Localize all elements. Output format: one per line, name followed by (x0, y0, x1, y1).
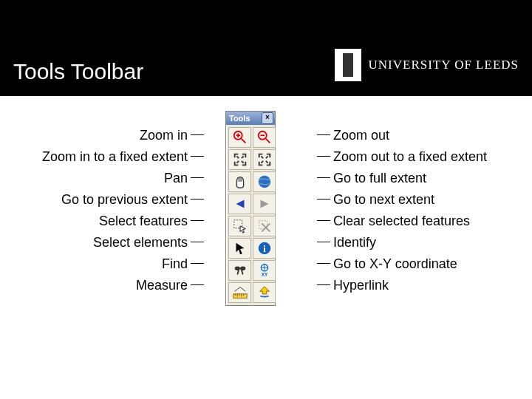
right-label-column: Zoom out Zoom out to a fixed extent Go t… (314, 124, 521, 296)
zoom-out-button[interactable] (253, 127, 276, 148)
select-features-button[interactable] (228, 216, 251, 236)
label-identify: Identify (333, 236, 376, 249)
label-select-features: Select features (99, 214, 188, 228)
zoom-in-button[interactable] (228, 127, 251, 148)
label-select-elements: Select elements (93, 236, 188, 249)
label-zoom-out: Zoom out (333, 129, 389, 142)
label-fixed-zoom-in: Zoom in to a fixed extent (42, 150, 188, 163)
label-hyperlink: Hyperlink (333, 279, 389, 292)
hyperlink-button[interactable] (253, 282, 276, 303)
clear-selection-button[interactable] (253, 216, 276, 236)
svg-point-18 (234, 267, 239, 271)
svg-point-19 (240, 267, 245, 271)
svg-line-1 (241, 139, 245, 143)
label-fixed-zoom-out: Zoom out to a fixed extent (333, 150, 487, 163)
identify-button[interactable]: i (253, 238, 276, 259)
university-logo-icon (335, 49, 361, 81)
prev-extent-icon (232, 196, 248, 212)
label-next-extent: Go to next extent (333, 193, 434, 206)
label-zoom-in: Zoom in (140, 129, 188, 142)
next-extent-icon (256, 196, 273, 212)
slide-body: Zoom in Zoom in to a fixed extent Pan Go… (0, 96, 532, 399)
university-brand: UNIVERSITY OF LEEDS (335, 49, 519, 81)
svg-text:XY: XY (261, 272, 267, 277)
tools-toolbar-window[interactable]: Tools × i XY (225, 111, 276, 306)
label-measure: Measure (136, 279, 188, 292)
label-prev-extent: Go to previous extent (61, 193, 188, 206)
next-extent-button[interactable] (253, 194, 276, 214)
tools-toolbar-grid: i XY (226, 125, 275, 305)
goto-xy-button[interactable]: XY (253, 260, 276, 281)
close-button[interactable]: × (262, 112, 273, 124)
identify-icon: i (256, 240, 273, 256)
university-name: UNIVERSITY OF LEEDS (369, 58, 519, 72)
zoom-in-icon (232, 129, 248, 146)
label-goto-xy: Go to X-Y coordinate (333, 257, 457, 270)
clear-selection-icon (256, 218, 273, 234)
hyperlink-icon (256, 284, 273, 301)
slide-header: Tools Toolbar UNIVERSITY OF LEEDS (0, 0, 532, 96)
find-button[interactable] (228, 260, 251, 281)
label-full-extent: Go to full extent (333, 171, 426, 185)
select-elements-icon (232, 240, 248, 256)
svg-text:i: i (263, 244, 266, 254)
left-label-column: Zoom in Zoom in to a fixed extent Pan Go… (0, 124, 207, 296)
label-clear-selection: Clear selected features (333, 214, 470, 228)
fixed-zoom-out-button[interactable] (253, 149, 276, 170)
fixed-zoom-in-icon (232, 151, 248, 168)
tools-toolbar-title: Tools (228, 114, 250, 123)
select-elements-button[interactable] (228, 238, 251, 259)
fixed-zoom-in-button[interactable] (228, 149, 251, 170)
goto-xy-icon: XY (256, 262, 273, 279)
find-icon (232, 262, 248, 279)
pan-icon (232, 174, 248, 190)
svg-point-10 (258, 176, 270, 188)
pan-button[interactable] (228, 171, 251, 192)
measure-button[interactable] (228, 282, 251, 303)
label-pan: Pan (164, 171, 188, 185)
fixed-zoom-out-icon (256, 151, 273, 168)
prev-extent-button[interactable] (228, 194, 251, 214)
label-find: Find (162, 257, 188, 270)
measure-icon (232, 284, 248, 301)
zoom-out-icon (256, 129, 273, 146)
full-extent-button[interactable] (253, 171, 276, 192)
svg-line-5 (265, 139, 270, 143)
full-extent-icon (256, 174, 273, 190)
tools-toolbar-titlebar[interactable]: Tools × (226, 112, 275, 125)
page-title: Tools Toolbar (13, 59, 143, 84)
select-features-icon (232, 218, 248, 234)
